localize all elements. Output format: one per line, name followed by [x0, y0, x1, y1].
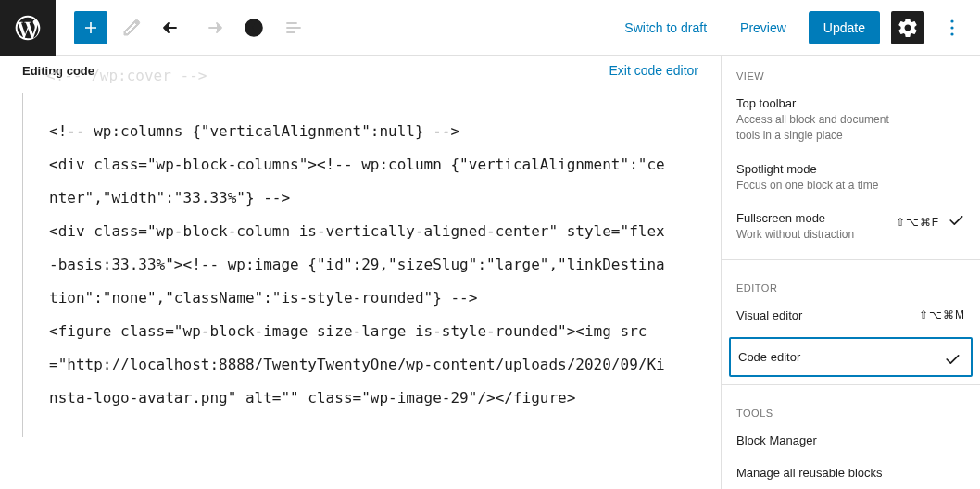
- top-toolbar-title: Top toolbar: [736, 96, 965, 110]
- spotlight-mode-option[interactable]: Spotlight mode Focus on one block at a t…: [722, 153, 980, 203]
- faded-code-line: <!-- /wp:cover -->: [46, 67, 207, 84]
- exit-code-editor-link[interactable]: Exit code editor: [609, 63, 699, 78]
- code-content[interactable]: <!-- wp:columns {"verticalAlignment":nul…: [49, 115, 672, 415]
- svg-point-1: [950, 19, 953, 22]
- undo-icon: [161, 17, 183, 39]
- svg-point-2: [950, 26, 953, 29]
- wordpress-logo[interactable]: [0, 0, 56, 56]
- fullscreen-shortcut: ⇧⌥⌘F: [896, 216, 939, 229]
- visual-editor-option[interactable]: Visual editor ⇧⌥⌘M: [722, 299, 980, 332]
- redo-button: [196, 11, 230, 44]
- more-options-button[interactable]: [936, 11, 969, 44]
- options-sidebar: View Top toolbar Access all block and do…: [721, 56, 980, 489]
- edit-button: [115, 11, 148, 44]
- code-editor-title: Code editor: [738, 350, 963, 364]
- block-manager-option[interactable]: Block Manager: [722, 424, 980, 457]
- fullscreen-desc: Work without distraction: [736, 227, 894, 243]
- check-icon: [943, 350, 961, 371]
- editor-area: <!-- /wp:cover --> Editing code Exit cod…: [0, 56, 721, 489]
- switch-to-draft-link[interactable]: Switch to draft: [613, 13, 718, 43]
- add-block-button[interactable]: [74, 11, 107, 44]
- gear-icon: [897, 17, 919, 39]
- settings-button[interactable]: [891, 11, 924, 44]
- divider: [722, 259, 980, 260]
- update-button[interactable]: Update: [809, 11, 880, 44]
- undo-button[interactable]: [156, 11, 189, 44]
- spotlight-title: Spotlight mode: [736, 162, 965, 176]
- code-editor[interactable]: <!-- wp:columns {"verticalAlignment":nul…: [22, 93, 698, 437]
- info-icon: [243, 17, 265, 39]
- divider: [722, 384, 980, 385]
- visual-editor-shortcut: ⇧⌥⌘M: [919, 308, 965, 321]
- spotlight-desc: Focus on one block at a time: [736, 178, 894, 194]
- tools-section-label: Tools: [722, 393, 980, 424]
- info-button[interactable]: [237, 11, 270, 44]
- code-editor-option[interactable]: Code editor: [729, 337, 973, 377]
- block-manager-title: Block Manager: [736, 433, 965, 447]
- svg-point-3: [950, 32, 953, 35]
- fullscreen-mode-option[interactable]: Fullscreen mode Work without distraction…: [722, 202, 980, 252]
- redo-icon: [202, 17, 224, 39]
- pencil-icon: [120, 17, 143, 39]
- editor-section-label: Editor: [722, 268, 980, 299]
- top-toolbar-desc: Access all block and document tools in a…: [736, 112, 894, 144]
- check-icon: [947, 211, 965, 232]
- wordpress-icon: [13, 13, 43, 43]
- view-section-label: View: [722, 56, 980, 87]
- dots-vertical-icon: [941, 17, 963, 39]
- preview-link[interactable]: Preview: [729, 13, 798, 43]
- top-toolbar-option[interactable]: Top toolbar Access all block and documen…: [722, 87, 980, 153]
- reusable-blocks-option[interactable]: Manage all reusable blocks: [722, 457, 980, 489]
- list-icon: [283, 17, 306, 39]
- plus-icon: [80, 17, 102, 39]
- reusable-blocks-title: Manage all reusable blocks: [736, 466, 965, 480]
- outline-button: [278, 11, 311, 44]
